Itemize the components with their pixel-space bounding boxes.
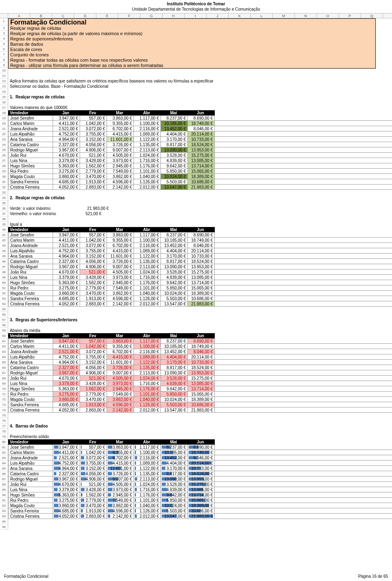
data-cell: 10.185,00 € bbox=[161, 238, 188, 243]
data-cell: 3.470,00 € bbox=[80, 503, 107, 508]
data-cell: 4.052,00 € bbox=[53, 514, 80, 519]
data-cell: 13.085,00 € bbox=[188, 487, 215, 492]
data-cell: 1.562,00 € bbox=[80, 386, 107, 391]
table-row: Hugo Simões5.363,00 €1.562,00 €2.945,00 … bbox=[8, 280, 392, 285]
vendor-cell: João Rui bbox=[8, 482, 53, 487]
th-0: Vendedor bbox=[8, 439, 53, 445]
row-header-22: 22 bbox=[0, 131, 8, 137]
data-cell: 2.521,00 € bbox=[53, 455, 80, 460]
table-row: Cristina Ferreira4.052,00 €2.883,00 €2.1… bbox=[8, 185, 392, 190]
th-4: Abr bbox=[134, 333, 161, 338]
table-row: Sandra Ferreira4.685,00 €1.913,00 €4.596… bbox=[8, 402, 392, 407]
data-cell: 1.135,00 € bbox=[134, 142, 161, 147]
data-cell: 1.101,00 € bbox=[134, 392, 161, 396]
th-5: Mai bbox=[161, 333, 188, 338]
table-row: Carlos Marim4.411,00 €1.042,00 €9.355,00… bbox=[8, 344, 392, 349]
data-cell: 3.967,00 € bbox=[53, 264, 80, 269]
row-header-84: 84 bbox=[0, 461, 8, 466]
col-header-D: D bbox=[74, 13, 96, 18]
data-cell: 2.327,00 € bbox=[53, 471, 80, 476]
row-header-6: 6 bbox=[0, 47, 8, 52]
s2-sub: Igual a bbox=[8, 222, 22, 227]
doc-header-1: Instituto Politécnico de Tomar bbox=[0, 0, 392, 7]
data-cell: 21.983,00 € bbox=[188, 514, 215, 519]
row-header-73: 73 bbox=[0, 402, 8, 407]
data-cell: 20.114,00 € bbox=[188, 354, 215, 359]
data-cell: 1.101,00 € bbox=[134, 498, 161, 503]
s1: 1. Realçar regras de células bbox=[8, 95, 65, 99]
row-header-49: 49 bbox=[0, 275, 8, 280]
data-cell: 2.142,00 € bbox=[107, 514, 134, 519]
vendor-cell: Sandra Ferreira bbox=[8, 179, 53, 184]
data-cell: 1.040,00 € bbox=[134, 397, 161, 402]
vendor-cell: Luis Nina bbox=[8, 158, 53, 163]
data-cell: 1.117,00 € bbox=[134, 116, 161, 120]
table-row: Luis Nina3.379,00 €3.428,00 €3.973,00 €1… bbox=[8, 158, 392, 163]
table-row: Rui Pedro3.275,00 €2.779,00 €7.549,00 €1… bbox=[8, 285, 392, 291]
data-cell: 1.042,00 € bbox=[80, 238, 107, 243]
row-header-42: 42 bbox=[0, 238, 8, 243]
data-cell: 9.642,00 € bbox=[161, 386, 188, 391]
data-cell: 1.126,00 € bbox=[134, 402, 161, 407]
box-line-1: Realçar regras de células (a partir de v… bbox=[10, 31, 374, 36]
th-2: Fev bbox=[80, 333, 107, 338]
table-row: Joana Andrade2.521,00 €3.072,00 €6.702,0… bbox=[8, 243, 392, 248]
vendor-cell: Joana Andrade bbox=[8, 349, 53, 354]
row-header-76: 76 bbox=[0, 418, 8, 423]
data-cell: 3.072,00 € bbox=[80, 349, 107, 354]
row-header-48: 48 bbox=[0, 269, 8, 275]
data-cell: 3.470,00 € bbox=[80, 174, 107, 179]
table-row: Rodrigo Miguel3.967,00 €4.906,00 €9.007,… bbox=[8, 370, 392, 376]
data-cell: 3.860,00 € bbox=[53, 503, 80, 508]
data-cell: 4.752,00 € bbox=[53, 354, 80, 359]
data-cell: 4.670,00 € bbox=[53, 269, 80, 274]
table-row: Catarina Castro2.327,00 €4.056,00 €3.726… bbox=[8, 365, 392, 370]
row-header-44: 44 bbox=[0, 248, 8, 254]
table-row: Cristina Ferreira4.052,00 €2.883,00 €2.1… bbox=[8, 407, 392, 413]
vendor-cell: Rui Pedro bbox=[8, 285, 53, 290]
data-cell: 1.562,00 € bbox=[80, 492, 107, 497]
data-cell: 13.090,00 € bbox=[161, 476, 188, 481]
data-cell: 557,00 € bbox=[80, 338, 107, 343]
data-cell: 3.379,00 € bbox=[53, 158, 80, 163]
data-cell: 521,00 € bbox=[80, 153, 107, 158]
data-cell: 2.327,00 € bbox=[53, 142, 80, 147]
table-row: Hugo Simões5.363,00 €1.562,00 €2.945,00 … bbox=[8, 492, 392, 498]
table-row: Rui Pedro3.275,00 €2.779,00 €7.549,00 €1… bbox=[8, 498, 392, 503]
vendor-cell: Joana Andrade bbox=[8, 126, 53, 131]
data-cell: 21.983,00 € bbox=[188, 407, 215, 412]
data-cell: 3.726,00 € bbox=[107, 142, 134, 147]
th-6: Jun bbox=[188, 439, 215, 445]
data-cell: 4.415,00 € bbox=[107, 354, 134, 359]
table-row: Luis Alpalhão4.752,00 €3.755,00 €4.415,0… bbox=[8, 248, 392, 254]
row-header-52: 52 bbox=[0, 291, 8, 296]
table-header: VendedorJanFevMarAbrMaiJun bbox=[8, 110, 215, 116]
data-cell: 1.024,00 € bbox=[134, 269, 161, 274]
data-cell: 4.404,00 € bbox=[161, 131, 188, 136]
vendor-cell: Ana Saraiva bbox=[8, 254, 53, 258]
data-cell: 1.913,00 € bbox=[80, 508, 107, 513]
data-cell: 21.983,00 € bbox=[188, 301, 215, 306]
row-header-1: 1 bbox=[0, 18, 8, 25]
vendor-cell: Sandra Ferreira bbox=[8, 296, 53, 301]
data-cell: 4.906,00 € bbox=[80, 147, 107, 152]
data-cell: 3.947,00 € bbox=[53, 338, 80, 343]
vendor-cell: Joana Andrade bbox=[8, 455, 53, 460]
data-cell: 3.726,00 € bbox=[107, 365, 134, 370]
row-header-23: 23 bbox=[0, 137, 8, 142]
row-header-41: 41 bbox=[0, 232, 8, 238]
row-header-55: 55 bbox=[0, 307, 8, 312]
table-row: Magda Couto3.860,00 €3.470,00 €3.862,00 … bbox=[8, 174, 392, 179]
data-cell: 2.779,00 € bbox=[80, 169, 107, 174]
data-cell: 5.363,00 € bbox=[53, 280, 80, 285]
row-header-3: 3 bbox=[0, 31, 8, 36]
table-row: José Serafim3.947,00 €557,00 €3.863,00 €… bbox=[8, 232, 392, 238]
data-cell: 3.860,00 € bbox=[53, 291, 80, 296]
table-row: João Rui4.670,00 €521,00 €4.505,00 €1.02… bbox=[8, 376, 392, 381]
row-header-91: 91 bbox=[0, 498, 8, 503]
data-cell: 1.117,00 € bbox=[134, 232, 161, 237]
row-header-94: 94 bbox=[0, 514, 8, 519]
data-cell: 1.176,00 € bbox=[134, 492, 161, 497]
data-cell: 4.685,00 € bbox=[53, 508, 80, 513]
data-cell: 1.100,00 € bbox=[134, 344, 161, 349]
